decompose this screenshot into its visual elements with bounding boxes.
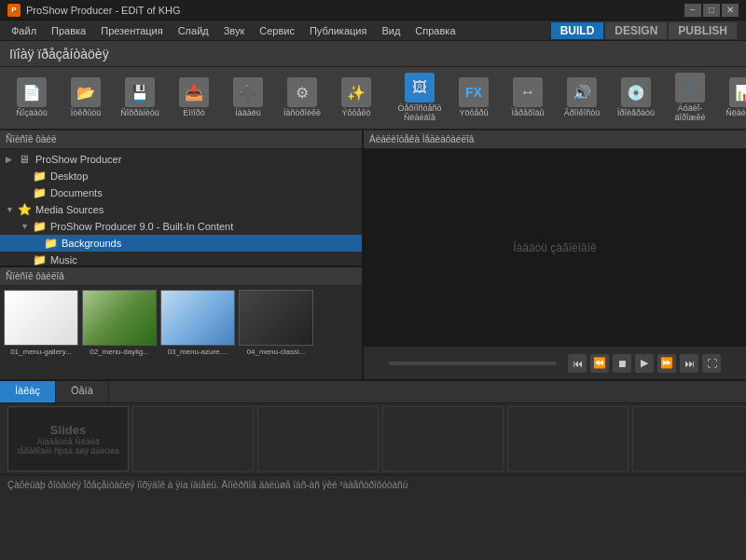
toolbar-slidetest-label: ÒåõíîñòåñòÑëàéäîâ — [397, 104, 441, 123]
toolbar-slideshow-button[interactable]: 📊 Ñëàéäøîó — [718, 71, 746, 125]
toolbar-save-label: Ñîõðàíèòü — [120, 109, 159, 118]
thumbnail-label-3: 03_menu-azure.... — [168, 348, 228, 356]
tree-item-media-sources[interactable]: ▼ ⭐ Media Sources — [0, 201, 362, 218]
toolbar-import-button[interactable]: 📥 Èìïîðò — [168, 71, 220, 125]
toolbar-settings-button[interactable]: ⚙ Íàñòðîéêè — [276, 71, 328, 125]
add-icon: ➕ — [233, 77, 263, 107]
menu-view[interactable]: Вид — [374, 23, 408, 38]
menu-help[interactable]: Справка — [408, 23, 463, 38]
menu-sound[interactable]: Звук — [216, 23, 253, 38]
toolbar-fx-button[interactable]: FX Yöôåðû — [448, 71, 500, 125]
preview-header-text: Áèáëèîòåêà Ìåäèàôàéëîâ — [369, 134, 474, 144]
import-icon: 📥 — [179, 77, 209, 107]
toolbar-save-button[interactable]: 💾 Ñîõðàíèòü — [114, 71, 166, 125]
toolbar-audio-label: Àóäèî-äîðîæêè — [666, 104, 714, 123]
menubar: Файл Правка Презентация Слайд Звук Серви… — [0, 20, 746, 41]
maximize-button[interactable]: □ — [703, 4, 720, 17]
toolbar-slideshow-label: Ñëàéäøîó — [725, 109, 746, 118]
tree-item-music[interactable]: 📁 Music — [0, 252, 362, 266]
thumbnail-item-1[interactable]: 01_menu-gallery... — [4, 290, 78, 356]
app-icon: P — [7, 4, 21, 17]
toolbar-transitions-button[interactable]: ↔ Ïåðåõîäû — [502, 71, 554, 125]
folder-icon-builtin: 📁 — [32, 220, 47, 233]
thumbnail-item-3[interactable]: 03_menu-azure.... — [160, 290, 235, 356]
fx-icon: FX — [459, 77, 489, 107]
bottom-section: Íàêàç Öåíà Slides Äîáàâüòå Ñëàéä ïåðåõîä… — [0, 379, 746, 474]
toolbar: 📄 Ñîçäàòü 📂 Îòêðûòü 💾 Ñîõðàíèòü 📥 Èìïîðò… — [0, 67, 746, 130]
menu-publish[interactable]: Публикация — [302, 23, 374, 38]
menu-presentation[interactable]: Презентация — [93, 23, 170, 38]
toolbar-volume-label: Ãðîìêîñòü — [564, 109, 601, 118]
menu-edit[interactable]: Правка — [44, 23, 93, 38]
toolbar-play-button[interactable]: 💿 Ïðîèãðàòü — [610, 71, 662, 125]
thumbnails-grid[interactable]: 01_menu-gallery... 02_menu-daylig... 03_… — [0, 286, 362, 379]
toolbar-new-button[interactable]: 📄 Ñîçäàòü — [6, 71, 58, 125]
thumbnail-item-2[interactable]: 02_menu-daylig... — [82, 290, 157, 356]
bottom-tabs: Íàêàç Öåíà — [0, 381, 746, 403]
tree-item-builtin[interactable]: ▼ 📁 ProShow Producer 9.0 - Built-In Cont… — [0, 218, 362, 235]
tree-arrow-builtin: ▼ — [21, 222, 32, 231]
slide-placeholder-3[interactable] — [382, 406, 504, 471]
menu-file[interactable]: Файл — [4, 23, 44, 38]
toolbar-open-button[interactable]: 📂 Îòêðûòü — [60, 71, 112, 125]
folder-icon-backgrounds: 📁 — [43, 237, 58, 250]
folder-icon-desktop: 📁 — [32, 170, 47, 183]
thumbnail-item-4[interactable]: 04_menu-classi... — [239, 290, 313, 356]
thumbnails-section: Ñïèñîê ôàéëîâ 01_menu-gallery... 02_menu… — [0, 267, 362, 379]
mode-design-button[interactable]: DESIGN — [605, 22, 667, 39]
toolbar-fx-label: Yöôåðû — [459, 109, 488, 118]
toolbar-effect-button[interactable]: ✨ Ýôôåêò — [330, 71, 382, 125]
toolbar-add-button[interactable]: ➕ Íàäàëü — [222, 71, 274, 125]
thumbnail-label-1: 01_menu-gallery... — [10, 348, 72, 356]
file-tree[interactable]: ▶ 🖥 ProShow Producer 📁 Desktop 📁 Documen… — [0, 149, 362, 266]
tree-item-proshow[interactable]: ▶ 🖥 ProShow Producer — [0, 151, 362, 168]
toolbar-slidetest-button[interactable]: 🖼 ÒåõíîñòåñòÑëàéäîâ — [394, 71, 446, 125]
tree-item-documents[interactable]: 📁 Documents — [0, 184, 362, 201]
fullscreen-button[interactable]: ⛶ — [702, 354, 721, 373]
menu-slide[interactable]: Слайд — [171, 23, 216, 38]
fast-forward-button[interactable]: ⏩ — [657, 354, 676, 373]
slide-placeholder-2[interactable] — [257, 406, 379, 471]
preview-header: Áèáëèîòåêà Ìåäèàôàéëîâ — [364, 130, 746, 149]
stop-button[interactable]: ⏹ — [613, 354, 631, 373]
menubar-left: Файл Правка Презентация Слайд Звук Серви… — [4, 23, 463, 38]
minimize-button[interactable]: − — [684, 4, 701, 17]
mode-build-button[interactable]: BUILD — [551, 22, 604, 39]
tab-price[interactable]: Öåíà — [56, 381, 109, 403]
app-title-text: Іїîàÿ ïðåçåíòàöèÿ — [9, 47, 109, 61]
tree-label-documents: Documents — [50, 187, 103, 198]
close-button[interactable]: ✕ — [722, 4, 739, 17]
volume-icon: 🔊 — [567, 77, 597, 107]
toolbar-settings-label: Íàñòðîéêè — [283, 109, 321, 118]
star-icon: ⭐ — [17, 203, 32, 216]
toolbar-effect-label: Ýôôåêò — [341, 109, 370, 118]
toolbar-group-1: 📄 Ñîçäàòü 📂 Îòêðûòü 💾 Ñîõðàíèòü 📥 Èìïîðò… — [6, 71, 382, 125]
tree-item-desktop[interactable]: 📁 Desktop — [0, 168, 362, 184]
titlebar-controls: − □ ✕ — [684, 4, 739, 17]
skip-back-button[interactable]: ⏮ — [568, 354, 587, 373]
play-pause-button[interactable]: ▶ — [635, 354, 654, 373]
slides-area: Slides Äîáàâüòå Ñëàéä ïåðåõîäèì ñþäà äëÿ… — [0, 403, 746, 474]
rewind-button[interactable]: ⏪ — [590, 354, 609, 373]
slide-placeholder-1[interactable] — [132, 406, 254, 471]
slide-placeholder-5[interactable] — [632, 406, 746, 471]
thumbnail-label-2: 02_menu-daylig... — [90, 348, 149, 356]
tree-label-builtin: ProShow Producer 9.0 - Built-In Content — [50, 221, 233, 232]
slide-placeholder-4[interactable] — [507, 406, 629, 471]
menu-service[interactable]: Сервис — [252, 23, 302, 38]
mode-publish-button[interactable]: PUBLISH — [669, 22, 737, 39]
preview-progress-bar[interactable] — [389, 362, 557, 365]
tree-item-backgrounds[interactable]: 📁 Backgrounds — [0, 235, 362, 252]
skip-forward-button[interactable]: ⏭ — [680, 354, 698, 373]
toolbar-group-2: 🖼 ÒåõíîñòåñòÑëàéäîâ FX Yöôåðû ↔ Ïåðåõîäû… — [394, 71, 746, 125]
mode-buttons: BUILD DESIGN PUBLISH — [551, 22, 742, 39]
statusbar-text: Çàõèùàþ ðîòàöèÿ Ïðåçåíòàöèÿ ïîðÿäîê à ÿí… — [7, 480, 408, 490]
toolbar-volume-button[interactable]: 🔊 Ãðîìêîñòü — [556, 71, 608, 125]
window-title: ProShow Producer - EDiT of KHG — [26, 5, 180, 16]
toolbar-audio-button[interactable]: 🎵 Àóäèî-äîðîæêè — [664, 71, 716, 125]
thumbnails-header: Ñïèñîê ôàéëîâ — [0, 267, 362, 286]
tree-arrow-proshow: ▶ — [6, 155, 17, 164]
folder-icon-documents: 📁 — [32, 186, 47, 199]
tab-slides[interactable]: Íàêàç — [0, 381, 56, 403]
folder-icon-music: 📁 — [32, 253, 47, 266]
